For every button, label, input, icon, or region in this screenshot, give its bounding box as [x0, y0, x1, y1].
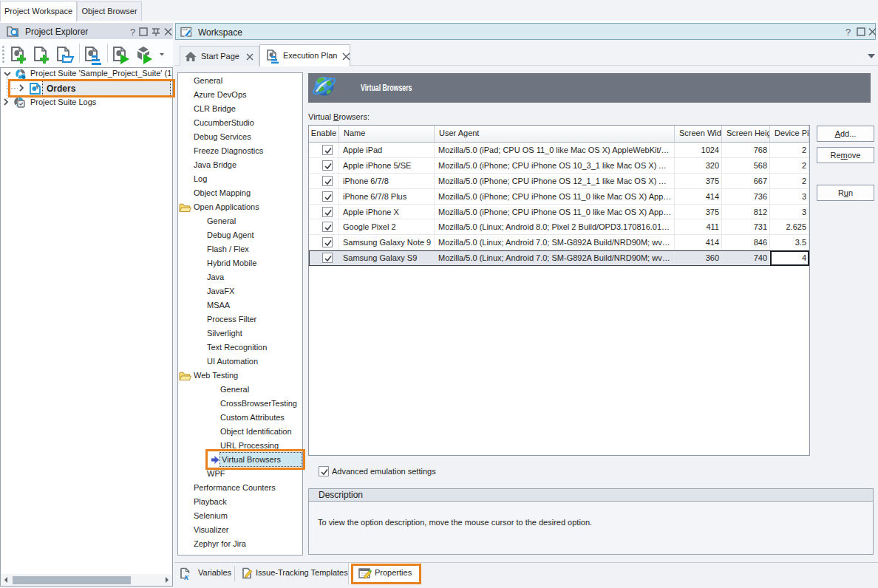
svg-text:?: ?	[845, 27, 851, 37]
svg-text:x: x	[184, 572, 189, 581]
svg-text:?: ?	[130, 27, 135, 37]
